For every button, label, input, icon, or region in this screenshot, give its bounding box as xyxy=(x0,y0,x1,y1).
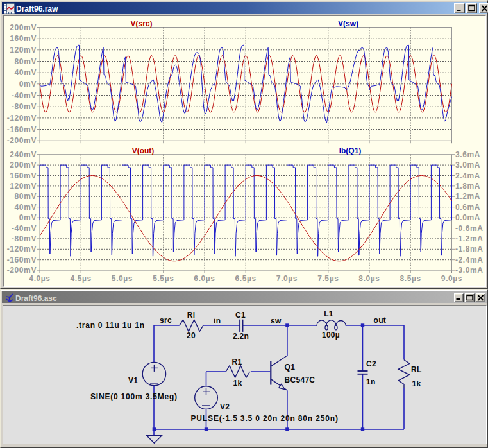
svg-text:1n: 1n xyxy=(366,377,376,386)
svg-text:-120mV: -120mV xyxy=(7,113,37,122)
svg-text:PULSE(-1.5 3.5 0 20n 20n 80n 2: PULSE(-1.5 3.5 0 20n 20n 80n 250n) xyxy=(191,414,339,423)
svg-text:-200mV: -200mV xyxy=(7,136,37,145)
svg-text:BC547C: BC547C xyxy=(285,375,316,384)
svg-text:20: 20 xyxy=(187,331,196,340)
svg-text:200mV: 200mV xyxy=(10,22,37,31)
svg-text:0mV: 0mV xyxy=(19,213,37,222)
svg-text:80mV: 80mV xyxy=(15,56,37,65)
svg-text:40mV: 40mV xyxy=(15,202,37,211)
svg-text:5.0µs: 5.0µs xyxy=(112,273,133,282)
svg-text:80mV: 80mV xyxy=(15,192,37,201)
svg-text:-1.8mA: -1.8mA xyxy=(455,245,484,254)
svg-text:8.5µs: 8.5µs xyxy=(400,273,421,282)
svg-text:V1: V1 xyxy=(128,376,138,385)
svg-text:V2: V2 xyxy=(220,402,230,411)
svg-text:0mV: 0mV xyxy=(19,79,37,88)
svg-text:4.5µs: 4.5µs xyxy=(71,273,92,282)
svg-text:V(sw): V(sw) xyxy=(338,19,358,28)
svg-text:.tran 0 11u 1u 1n: .tran 0 11u 1u 1n xyxy=(76,321,145,330)
svg-text:200mV: 200mV xyxy=(10,160,37,169)
svg-text:-40mV: -40mV xyxy=(12,223,37,232)
svg-text:3.6mA: 3.6mA xyxy=(455,150,480,159)
svg-text:SINE(0 100m 3.5Meg): SINE(0 100m 3.5Meg) xyxy=(90,392,178,401)
svg-text:V(out): V(out) xyxy=(132,146,155,155)
svg-text:2.4mA: 2.4mA xyxy=(455,171,480,180)
svg-text:8.0µs: 8.0µs xyxy=(358,273,380,282)
svg-text:4.0µs: 4.0µs xyxy=(29,273,50,282)
svg-text:120mV: 120mV xyxy=(10,181,37,190)
svg-text:C2: C2 xyxy=(366,359,376,368)
svg-text:L1: L1 xyxy=(324,309,333,318)
svg-text:in: in xyxy=(214,316,221,325)
svg-text:R1: R1 xyxy=(232,358,242,366)
svg-text:100µ: 100µ xyxy=(322,331,340,340)
svg-text:-120mV: -120mV xyxy=(7,245,37,254)
svg-text:-80mV: -80mV xyxy=(12,102,37,111)
svg-text:5.5µs: 5.5µs xyxy=(153,273,174,282)
svg-text:2.2n: 2.2n xyxy=(233,332,249,341)
svg-text:7.5µs: 7.5µs xyxy=(317,273,339,282)
svg-text:-0.6mA: -0.6mA xyxy=(455,223,484,232)
svg-text:1k: 1k xyxy=(233,379,242,388)
svg-text:1k: 1k xyxy=(412,379,421,388)
svg-text:240mV: 240mV xyxy=(10,150,37,159)
svg-text:-40mV: -40mV xyxy=(12,90,37,99)
svg-text:7.0µs: 7.0µs xyxy=(276,273,298,282)
svg-text:-80mV: -80mV xyxy=(12,234,37,243)
svg-text:0.6mA: 0.6mA xyxy=(455,202,480,211)
svg-text:src: src xyxy=(160,316,172,325)
svg-text:3.0mA: 3.0mA xyxy=(455,160,480,169)
svg-text:120mV: 120mV xyxy=(10,45,37,54)
svg-text:out: out xyxy=(374,316,387,325)
svg-text:V(src): V(src) xyxy=(130,19,152,28)
svg-text:-2.4mA: -2.4mA xyxy=(455,255,484,264)
svg-text:1.8mA: 1.8mA xyxy=(455,181,480,190)
svg-text:Ri: Ri xyxy=(187,311,196,320)
svg-text:160mV: 160mV xyxy=(10,171,37,180)
svg-text:1.2mA: 1.2mA xyxy=(455,192,480,201)
svg-text:6.5µs: 6.5µs xyxy=(235,273,257,282)
svg-text:-160mV: -160mV xyxy=(7,255,37,264)
svg-text:Q1: Q1 xyxy=(285,363,296,372)
svg-text:C1: C1 xyxy=(235,311,246,320)
svg-text:-160mV: -160mV xyxy=(7,125,37,134)
svg-text:40mV: 40mV xyxy=(15,68,37,77)
svg-text:160mV: 160mV xyxy=(10,34,37,43)
svg-text:6.0µs: 6.0µs xyxy=(194,273,215,282)
svg-text:Ib(Q1): Ib(Q1) xyxy=(339,146,362,155)
svg-text:RL: RL xyxy=(411,365,422,374)
svg-text:9.0µs: 9.0µs xyxy=(441,273,462,282)
svg-text:sw: sw xyxy=(271,316,282,325)
svg-text:0.0mA: 0.0mA xyxy=(455,213,480,222)
svg-text:-1.2mA: -1.2mA xyxy=(455,234,484,243)
